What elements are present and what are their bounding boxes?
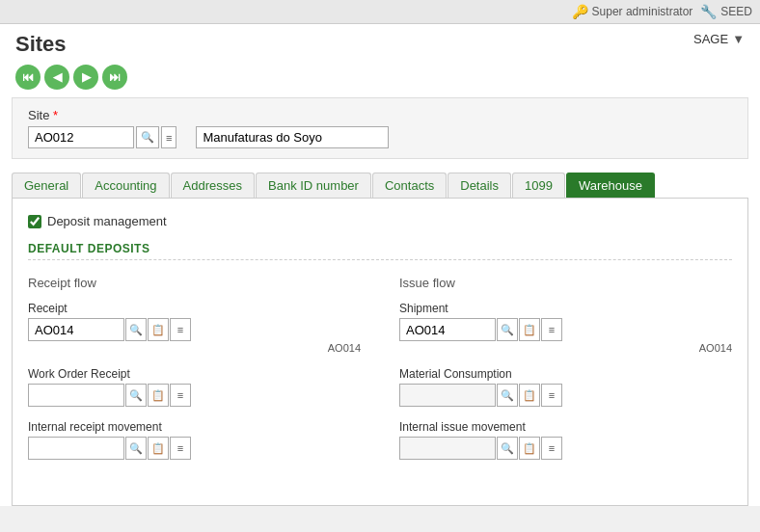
shipment-label: Shipment bbox=[399, 302, 732, 315]
site-field-label: Site bbox=[28, 108, 49, 122]
required-star: * bbox=[53, 108, 58, 122]
internal-issue-copy-icon[interactable]: 📋 bbox=[519, 437, 540, 460]
internal-receipt-search-icon[interactable]: 🔍 bbox=[125, 437, 147, 460]
receipt-sub-label: AO014 bbox=[28, 342, 361, 354]
receipt-input[interactable] bbox=[28, 318, 124, 341]
shipment-input[interactable] bbox=[399, 318, 496, 341]
site-list-icon[interactable]: ≡ bbox=[161, 126, 176, 148]
tab-warehouse[interactable]: Warehouse bbox=[566, 173, 655, 198]
internal-issue-label: Internal issue movement bbox=[399, 420, 732, 434]
internal-issue-list-icon[interactable]: ≡ bbox=[541, 437, 562, 460]
admin-info: 🔑 Super administrator bbox=[572, 4, 693, 19]
shipment-copy-icon[interactable]: 📋 bbox=[519, 318, 540, 341]
admin-label: Super administrator bbox=[592, 5, 693, 18]
material-label: Material Consumption bbox=[399, 367, 732, 381]
work-order-list-icon[interactable]: ≡ bbox=[170, 384, 191, 407]
shipment-list-icon[interactable]: ≡ bbox=[541, 318, 562, 341]
seed-label: SEED bbox=[720, 5, 752, 18]
tab-details[interactable]: Details bbox=[448, 173, 511, 198]
seed-icon: 🔧 bbox=[700, 4, 717, 19]
internal-receipt-input[interactable] bbox=[28, 437, 124, 460]
issue-flow-col: Issue flow Shipment 🔍 📋 ≡ AO014 Material… bbox=[399, 276, 732, 473]
receipt-copy-icon[interactable]: 📋 bbox=[148, 318, 169, 341]
prev-button[interactable]: ◀ bbox=[44, 65, 69, 90]
work-order-copy-icon[interactable]: 📋 bbox=[148, 384, 169, 407]
receipt-flow-label: Receipt flow bbox=[28, 276, 361, 290]
receipt-search-icon[interactable]: 🔍 bbox=[125, 318, 147, 341]
next-button[interactable]: ▶ bbox=[73, 65, 98, 90]
site-name-input[interactable] bbox=[196, 126, 389, 148]
tab-addresses[interactable]: Addresses bbox=[171, 173, 255, 198]
receipt-list-icon[interactable]: ≡ bbox=[170, 318, 191, 341]
work-order-input[interactable] bbox=[28, 384, 124, 407]
site-search-icon[interactable]: 🔍 bbox=[136, 126, 159, 148]
material-list-icon[interactable]: ≡ bbox=[541, 384, 562, 407]
default-deposits-title: DEFAULT DEPOSITS bbox=[28, 242, 732, 260]
material-field-group: Material Consumption 🔍 📋 ≡ bbox=[399, 367, 732, 407]
work-order-search-icon[interactable]: 🔍 bbox=[125, 384, 147, 407]
internal-issue-search-icon[interactable]: 🔍 bbox=[497, 437, 518, 460]
tab-bank-id[interactable]: Bank ID number bbox=[256, 173, 371, 198]
internal-receipt-field-group: Internal receipt movement 🔍 📋 ≡ bbox=[28, 420, 361, 460]
deposit-management-label: Deposit management bbox=[47, 214, 167, 228]
receipt-flow-col: Receipt flow Receipt 🔍 📋 ≡ AO014 Work Or… bbox=[28, 276, 361, 473]
tab-general[interactable]: General bbox=[12, 173, 81, 198]
shipment-search-icon[interactable]: 🔍 bbox=[497, 318, 518, 341]
shipment-sub-label: AO014 bbox=[399, 342, 732, 354]
material-input[interactable] bbox=[399, 384, 496, 407]
key-icon: 🔑 bbox=[572, 4, 588, 19]
sage-dropdown-arrow[interactable]: ▼ bbox=[732, 32, 745, 46]
tab-accounting[interactable]: Accounting bbox=[82, 173, 169, 198]
deposit-management-row: Deposit management bbox=[28, 214, 732, 228]
tabs-row: General Accounting Addresses Bank ID num… bbox=[0, 165, 760, 198]
top-bar: 🔑 Super administrator 🔧 SEED bbox=[0, 0, 760, 24]
work-order-label: Work Order Receipt bbox=[28, 367, 361, 381]
sage-label: SAGE bbox=[693, 32, 728, 46]
material-search-icon[interactable]: 🔍 bbox=[497, 384, 518, 407]
internal-receipt-list-icon[interactable]: ≡ bbox=[170, 437, 191, 460]
work-order-field-group: Work Order Receipt 🔍 📋 ≡ bbox=[28, 367, 361, 407]
material-copy-icon[interactable]: 📋 bbox=[519, 384, 540, 407]
warehouse-tab-content: Deposit management DEFAULT DEPOSITS Rece… bbox=[12, 198, 748, 506]
tab-1099[interactable]: 1099 bbox=[512, 173, 565, 198]
page-title: Sites bbox=[15, 32, 67, 57]
internal-receipt-label: Internal receipt movement bbox=[28, 420, 361, 434]
internal-issue-field-group: Internal issue movement 🔍 📋 ≡ bbox=[399, 420, 732, 460]
deposit-management-checkbox[interactable] bbox=[28, 215, 41, 228]
site-code-input[interactable] bbox=[28, 126, 134, 148]
flows-section: Receipt flow Receipt 🔍 📋 ≡ AO014 Work Or… bbox=[28, 276, 732, 473]
shipment-field-group: Shipment 🔍 📋 ≡ AO014 bbox=[399, 302, 732, 354]
seed-info: 🔧 SEED bbox=[700, 4, 752, 19]
site-section: Site * 🔍 ≡ bbox=[12, 97, 748, 159]
receipt-field-group: Receipt 🔍 📋 ≡ AO014 bbox=[28, 302, 361, 354]
receipt-label: Receipt bbox=[28, 302, 361, 315]
first-button[interactable]: ⏮ bbox=[15, 65, 41, 90]
internal-receipt-copy-icon[interactable]: 📋 bbox=[148, 437, 169, 460]
issue-flow-label: Issue flow bbox=[399, 276, 732, 290]
internal-issue-input[interactable] bbox=[399, 437, 496, 460]
tab-contacts[interactable]: Contacts bbox=[372, 173, 447, 198]
last-button[interactable]: ⏭ bbox=[102, 65, 127, 90]
